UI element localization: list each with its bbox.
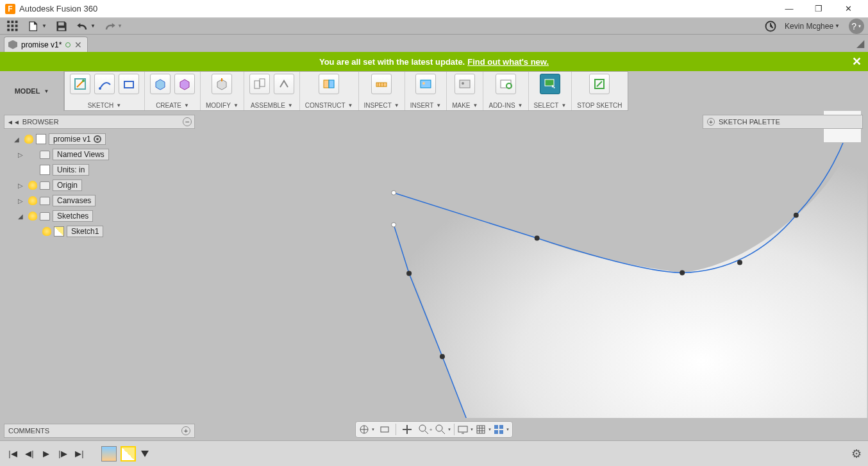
- browser-minimize-icon[interactable]: −: [183, 117, 192, 126]
- lightbulb-icon[interactable]: [24, 135, 33, 144]
- help-button[interactable]: ?: [849, 19, 864, 34]
- svg-point-14: [99, 87, 101, 90]
- tree-root[interactable]: ◢ promise v1: [4, 131, 195, 147]
- rectangle-tool-icon[interactable]: [119, 74, 139, 94]
- ribbon-make-label[interactable]: MAKE: [452, 102, 478, 109]
- viewport[interactable]: FRONT ◄◄ BROWSER − ◢ promise v1 ▷ Named …: [0, 111, 868, 418]
- svg-point-32: [680, 270, 685, 275]
- expand-icon[interactable]: ◢: [18, 213, 26, 220]
- recovery-save-icon[interactable]: [65, 42, 71, 47]
- undo-button[interactable]: [74, 19, 97, 33]
- tree-root-label: promise v1: [53, 135, 91, 144]
- tree-named-views[interactable]: ▷ Named Views: [4, 147, 195, 162]
- new-component-icon[interactable]: [249, 74, 270, 94]
- timeline-settings-button[interactable]: ⚙: [851, 447, 862, 461]
- timeline-play-button[interactable]: ▶: [40, 447, 53, 460]
- tree-canvases[interactable]: ▷ Canvases: [4, 193, 195, 208]
- construct-plane-icon[interactable]: [319, 74, 339, 94]
- press-pull-icon[interactable]: [212, 74, 232, 94]
- ribbon-inspect-label[interactable]: INSPECT: [364, 102, 399, 109]
- file-menu-button[interactable]: [26, 19, 49, 33]
- ribbon-group-inspect: INSPECT: [359, 72, 405, 110]
- job-status-icon[interactable]: [762, 19, 780, 33]
- svg-point-22: [422, 82, 425, 85]
- ribbon-select-label[interactable]: SELECT: [534, 102, 567, 109]
- ribbon-stop-label[interactable]: STOP SKETCH: [577, 102, 622, 109]
- timeline-prev-button[interactable]: ◀|: [23, 447, 36, 460]
- create-sketch-icon[interactable]: [70, 74, 90, 94]
- timeline-playhead[interactable]: [141, 451, 149, 457]
- comments-panel-header[interactable]: COMMENTS +: [4, 424, 195, 438]
- ribbon-insert-label[interactable]: INSERT: [410, 102, 441, 109]
- addins-icon[interactable]: [496, 74, 516, 94]
- lightbulb-icon[interactable]: [28, 212, 37, 221]
- fit-button[interactable]: [435, 422, 451, 437]
- box-tool-icon[interactable]: [150, 74, 171, 94]
- timeline-feature-sketch[interactable]: [121, 446, 136, 462]
- tree-origin[interactable]: ▷ Origin: [4, 178, 195, 193]
- extrude-tool-icon[interactable]: [174, 74, 195, 94]
- viewport-layout-button[interactable]: [493, 422, 510, 437]
- svg-rect-0: [7, 21, 10, 23]
- timeline-end-button[interactable]: ▶|: [73, 447, 86, 460]
- ribbon-sketch-label[interactable]: SKETCH: [88, 102, 121, 109]
- ribbon-addins-label[interactable]: ADD-INS: [488, 102, 522, 109]
- tabbar-expand-icon[interactable]: ◢: [856, 37, 864, 49]
- tab-close-button[interactable]: ✕: [74, 40, 82, 50]
- close-window-button[interactable]: ✕: [833, 0, 863, 18]
- browser-title: BROWSER: [22, 118, 59, 126]
- timeline-start-button[interactable]: |◀: [6, 447, 19, 460]
- ribbon-create-label[interactable]: CREATE: [156, 102, 189, 109]
- notification-close-button[interactable]: ✕: [852, 54, 862, 69]
- lightbulb-icon[interactable]: [28, 181, 37, 190]
- sketch-palette-header[interactable]: + SKETCH PALETTE: [703, 115, 863, 129]
- tree-sketch1[interactable]: Sketch1: [4, 224, 195, 239]
- pan-button[interactable]: [399, 422, 415, 437]
- expand-icon[interactable]: ▷: [18, 182, 26, 189]
- expand-icon[interactable]: ▷: [18, 197, 26, 204]
- expand-icon[interactable]: ▷: [18, 151, 26, 158]
- grid-menu-button[interactable]: [4, 19, 22, 33]
- timeline-next-button[interactable]: |▶: [56, 447, 69, 460]
- grid-settings-button[interactable]: [475, 422, 492, 437]
- orbit-button[interactable]: [358, 422, 375, 437]
- joint-icon[interactable]: [274, 74, 294, 94]
- line-tool-icon[interactable]: [94, 74, 115, 94]
- svg-rect-3: [7, 24, 10, 27]
- save-button[interactable]: [53, 19, 71, 33]
- expand-palette-icon[interactable]: +: [707, 118, 715, 126]
- svg-rect-4: [12, 24, 14, 27]
- workspace-switcher[interactable]: MODEL: [8, 83, 56, 99]
- svg-rect-18: [324, 80, 329, 88]
- notification-link[interactable]: Find out what's new.: [467, 57, 549, 67]
- svg-rect-1: [12, 21, 14, 23]
- ribbon-assemble-label[interactable]: ASSEMBLE: [251, 102, 293, 109]
- print-3d-icon[interactable]: [455, 74, 475, 94]
- lightbulb-icon[interactable]: [42, 227, 51, 236]
- active-component-radio[interactable]: [94, 135, 101, 143]
- measure-icon[interactable]: [371, 74, 392, 94]
- select-tool-icon[interactable]: [540, 74, 560, 94]
- stop-sketch-icon[interactable]: [589, 74, 610, 94]
- user-menu[interactable]: Kevin Mcghee: [780, 22, 845, 31]
- browser-collapse-icon[interactable]: ◄◄: [7, 119, 20, 126]
- tree-units[interactable]: Units: in: [4, 162, 195, 178]
- browser-header[interactable]: ◄◄ BROWSER −: [4, 115, 195, 129]
- minimize-button[interactable]: ―: [774, 0, 804, 18]
- tree-item-label: Sketch1: [67, 226, 103, 237]
- lightbulb-icon[interactable]: [28, 196, 37, 205]
- maximize-button[interactable]: ❐: [804, 0, 833, 18]
- ribbon-construct-label[interactable]: CONSTRUCT: [305, 102, 353, 109]
- expand-icon[interactable]: ◢: [14, 136, 22, 143]
- expand-comments-icon[interactable]: +: [181, 426, 190, 435]
- svg-rect-40: [381, 427, 388, 432]
- zoom-button[interactable]: +: [417, 422, 433, 437]
- look-at-button[interactable]: [376, 422, 393, 437]
- ribbon-modify-label[interactable]: MODIFY: [206, 102, 238, 109]
- tree-sketches[interactable]: ◢ Sketches: [4, 208, 195, 224]
- timeline-feature-canvas[interactable]: [101, 446, 117, 462]
- insert-decal-icon[interactable]: [415, 74, 436, 94]
- redo-button[interactable]: [101, 19, 124, 33]
- display-settings-button[interactable]: [457, 422, 474, 437]
- document-tab[interactable]: promise v1* ✕: [4, 37, 88, 52]
